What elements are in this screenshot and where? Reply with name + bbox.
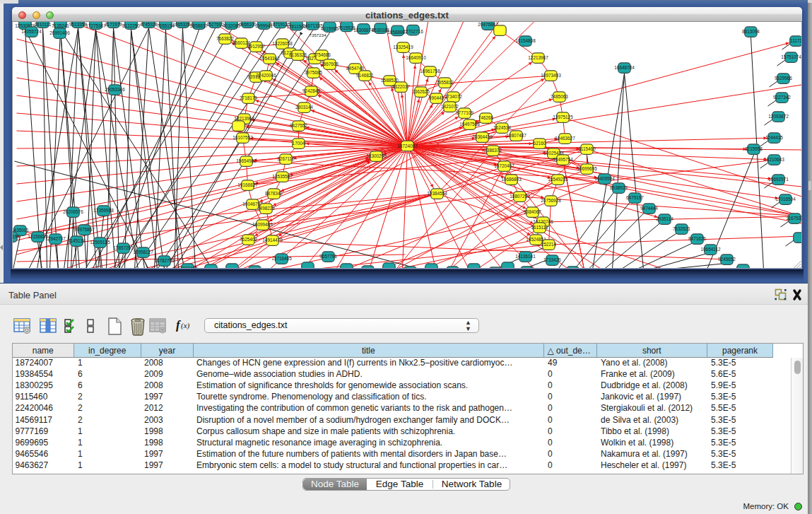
svg-text:4015985: 4015985	[321, 26, 339, 31]
svg-text:16549235: 16549235	[548, 177, 568, 182]
svg-text:17016504: 17016504	[775, 197, 796, 201]
svg-text:11172: 11172	[790, 38, 802, 43]
svg-text:1810111: 1810111	[35, 22, 52, 27]
svg-text:20206576: 20206576	[63, 209, 83, 214]
svg-text:9146821: 9146821	[356, 73, 374, 78]
svg-text:19654982: 19654982	[236, 158, 257, 163]
svg-text:18807293: 18807293	[510, 194, 530, 199]
svg-text:16107552: 16107552	[233, 135, 253, 140]
svg-text:1421072: 1421072	[441, 104, 459, 109]
svg-text:13495754: 13495754	[553, 157, 573, 162]
svg-text:8471626: 8471626	[688, 236, 706, 241]
svg-text:20756928: 20756928	[541, 198, 561, 203]
svg-text:5858837: 5858837	[190, 23, 208, 28]
svg-text:16648784: 16648784	[614, 65, 635, 70]
svg-text:10654112: 10654112	[701, 247, 721, 252]
svg-text:9242848: 9242848	[302, 88, 320, 93]
svg-text:10686803: 10686803	[501, 177, 522, 182]
svg-text:8122250: 8122250	[122, 23, 140, 28]
svg-text:16409594: 16409594	[594, 176, 615, 181]
svg-text:22420046: 22420046	[256, 73, 276, 78]
svg-text:6734072: 6734072	[445, 94, 462, 99]
svg-text:15692971: 15692971	[768, 177, 789, 182]
svg-text:90975867: 90975867	[74, 227, 95, 232]
svg-text:15716485: 15716485	[271, 256, 292, 261]
svg-text:62160: 62160	[534, 141, 546, 146]
svg-text:1167533: 1167533	[786, 216, 802, 221]
svg-text:8215958: 8215958	[745, 146, 763, 151]
svg-text:7955812: 7955812	[436, 80, 454, 85]
svg-text:15751074: 15751074	[781, 54, 801, 59]
svg-text:13975125: 13975125	[553, 115, 573, 119]
svg-text:2803144: 2803144	[295, 105, 313, 110]
svg-text:1754686: 1754686	[313, 52, 331, 57]
svg-text:3498222: 3498222	[257, 206, 275, 211]
svg-text:8878342: 8878342	[265, 191, 283, 196]
svg-text:4745328: 4745328	[140, 22, 158, 27]
svg-text:10699695: 10699695	[577, 166, 597, 171]
svg-text:12213963: 12213963	[234, 116, 254, 121]
svg-text:(x): (x)	[181, 321, 190, 330]
svg-text:20991406: 20991406	[49, 30, 70, 35]
svg-text:16497568: 16497568	[459, 122, 480, 127]
svg-text:8322037: 8322037	[392, 84, 410, 89]
svg-text:10543342: 10543342	[259, 56, 280, 61]
svg-text:2171979: 2171979	[105, 22, 122, 27]
svg-text:13226058: 13226058	[272, 41, 293, 46]
svg-text:4032085: 4032085	[223, 23, 240, 28]
svg-text:6479197: 6479197	[626, 195, 644, 200]
svg-text:10958127: 10958127	[133, 250, 153, 255]
svg-text:3975685: 3975685	[305, 70, 322, 75]
svg-text:1362625: 1362625	[412, 89, 430, 94]
svg-text:9427552: 9427552	[290, 123, 307, 128]
svg-text:2935114: 2935114	[656, 216, 673, 221]
svg-text:2718179: 2718179	[240, 95, 257, 100]
svg-text:8912957: 8912957	[247, 44, 265, 49]
svg-text:7485063: 7485063	[551, 94, 568, 99]
svg-text:10807487: 10807487	[506, 133, 526, 138]
svg-text:14671335: 14671335	[302, 23, 323, 28]
svg-text:1244415: 1244415	[765, 135, 783, 140]
svg-text:16210643: 16210643	[764, 157, 784, 162]
svg-text:9657791: 9657791	[319, 254, 337, 259]
svg-text:1624534: 1624534	[493, 125, 511, 130]
svg-text:16099489: 16099489	[252, 222, 273, 227]
svg-text:10973493: 10973493	[541, 73, 561, 78]
svg-text:7357234: 7357234	[310, 33, 327, 37]
svg-text:13325419: 13325419	[393, 45, 413, 49]
svg-text:1145134: 1145134	[68, 238, 86, 243]
svg-text:16782759: 16782759	[154, 258, 175, 263]
svg-text:17857253: 17857253	[113, 245, 134, 250]
svg-text:8813094: 8813094	[742, 29, 760, 34]
svg-text:9115460: 9115460	[578, 146, 596, 151]
svg-text:22702716: 22702716	[403, 29, 423, 34]
svg-text:29053346: 29053346	[105, 87, 125, 92]
svg-text:9384067: 9384067	[524, 209, 541, 214]
svg-text:15720407: 15720407	[494, 163, 514, 168]
svg-text:18306674: 18306674	[353, 28, 374, 33]
svg-text:14136141: 14136141	[515, 254, 536, 259]
svg-text:2867608: 2867608	[321, 62, 339, 66]
svg-text:14055724: 14055724	[21, 29, 42, 34]
svg-text:17004: 17004	[293, 141, 305, 146]
svg-text:1527602: 1527602	[206, 22, 224, 27]
svg-text:12942737: 12942737	[45, 236, 66, 241]
svg-text:252214: 252214	[541, 242, 557, 247]
svg-text:1615112: 1615112	[531, 225, 548, 230]
svg-text:10463627: 10463627	[555, 136, 575, 141]
svg-text:17275367: 17275367	[86, 23, 106, 28]
svg-text:16961758: 16961758	[420, 69, 440, 74]
svg-text:1733426: 1733426	[543, 257, 561, 262]
svg-text:9777109: 9777109	[456, 110, 473, 115]
svg-text:14914479: 14914479	[262, 238, 283, 243]
svg-text:9329966: 9329966	[775, 76, 792, 81]
svg-text:8136328: 8136328	[289, 52, 307, 57]
svg-text:746266: 746266	[478, 115, 494, 120]
svg-text:9245652: 9245652	[718, 257, 736, 262]
svg-text:9474444: 9474444	[640, 206, 658, 211]
svg-text:9227342: 9227342	[773, 95, 791, 100]
svg-text:7632621: 7632621	[673, 226, 690, 231]
svg-text:10154808: 10154808	[515, 38, 536, 43]
svg-text:17359938: 17359938	[93, 208, 114, 213]
svg-text:6466100: 6466100	[239, 22, 257, 27]
